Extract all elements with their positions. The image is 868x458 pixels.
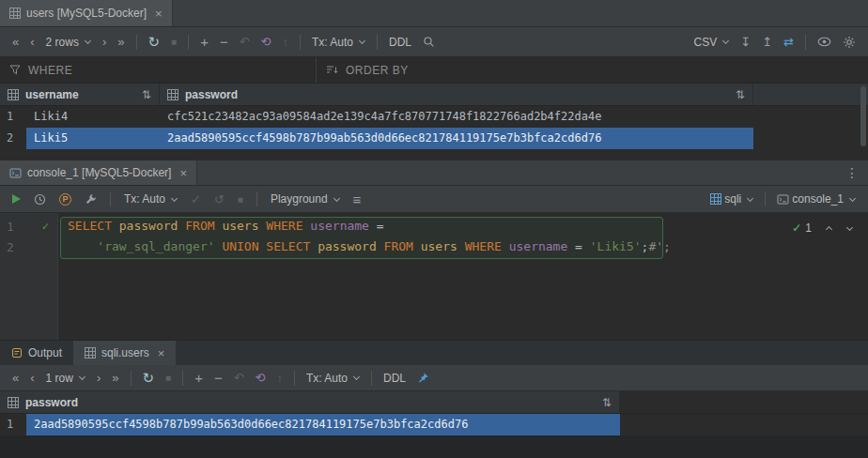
tx-mode-dropdown[interactable]: Tx: Auto [119,190,182,208]
chevron-down-icon [747,194,753,201]
table-icon [9,8,21,19]
close-icon[interactable]: × [158,347,165,359]
undo-icon[interactable]: ↶ [235,33,255,51]
last-page-button[interactable]: » [107,369,123,387]
session-dropdown[interactable]: console_1 [772,190,860,208]
separator [256,191,257,206]
cell-password[interactable]: 2aad5890595ccf4598b787b99ab563d0d66ec821… [26,414,620,435]
separator [805,35,806,50]
sql-token: = [575,239,590,253]
schema-dropdown[interactable]: sqli [705,190,758,208]
revert-changes-icon[interactable]: ⟲ [251,369,271,387]
pin-tab-icon[interactable] [412,369,434,387]
export-data-icon[interactable]: ↧ [736,33,755,51]
previous-page-button[interactable]: ‹ [25,369,39,387]
sql-token: #'; [648,239,670,253]
sort-icon[interactable]: ⇅ [736,88,745,101]
code-line[interactable]: 'raw_sql_danger' UNION SELECT password F… [59,237,868,257]
ddl-button[interactable]: DDL [379,369,411,388]
run-button[interactable] [8,191,25,206]
grid-empty-area [0,149,868,160]
cell-username[interactable]: Liki5 [26,128,160,149]
add-row-button[interactable]: + [195,32,213,52]
sort-icon[interactable]: ⇅ [602,396,612,409]
delete-row-button[interactable]: − [209,368,227,388]
sql-token: users [222,219,266,233]
view-options-eye-icon[interactable] [813,34,836,50]
settings-gear-icon[interactable] [838,33,860,52]
sql-token: 'raw_sql_danger' [97,239,214,253]
close-icon[interactable]: × [179,167,187,179]
grid-header-filler [620,391,868,413]
page-size-dropdown[interactable]: 2 rows [41,33,96,52]
transpose-icon[interactable]: ⇄ [779,33,798,51]
table-row[interactable]: 1 Liki4 cfc521c23482ac93a09584ad2e139c4a… [0,106,868,128]
separator [294,371,295,386]
wrench-settings-icon[interactable] [80,191,101,208]
extractor-dropdown[interactable]: CSV [690,33,735,52]
next-page-button[interactable]: › [92,369,105,387]
revert-changes-icon[interactable]: ⟲ [256,33,276,51]
column-header-username[interactable]: username ⇅ [0,84,160,105]
editor-code-area[interactable]: SELECT password FROM users WHERE usernam… [59,216,868,257]
order-by-filter-field[interactable]: ORDER BY [317,57,418,83]
tab-users-table[interactable]: users [MySQL5-Docker] × [0,0,173,26]
stop-icon[interactable]: ■ [166,34,181,50]
view-as-table-icon[interactable]: ≡ [349,190,366,209]
last-page-button[interactable]: » [113,33,129,51]
previous-page-button[interactable]: ‹ [25,33,39,51]
stop-icon[interactable]: ■ [161,370,176,386]
tab-output[interactable]: Output [0,341,73,365]
tab-console-1[interactable]: console_1 [MySQL5-Docker] × [0,160,197,185]
cell-password[interactable]: 2aad5890595ccf4598b787b99ab563d0d66ec821… [160,128,753,149]
sql-token: FROM [185,219,222,233]
add-row-button[interactable]: + [190,368,208,388]
reload-data-icon[interactable]: ↻ [138,368,160,388]
sql-editor[interactable]: 1 ✓ 2 SELECT password FROM users WHERE u… [0,213,868,340]
column-header-password[interactable]: password ⇅ [0,391,620,413]
execution-history-clock-icon[interactable] [29,191,51,208]
cell-password[interactable]: cfc521c23482ac93a09584ad2e139c4a7fc87077… [160,106,753,128]
rollback-icon[interactable]: ↺ [209,191,229,208]
submit-changes-icon[interactable]: ↑ [277,33,293,51]
commit-icon[interactable]: ✓ [186,191,206,208]
column-header-password[interactable]: password ⇅ [160,84,753,105]
sort-icon[interactable]: ⇅ [142,88,151,101]
reload-data-icon[interactable]: ↻ [144,32,165,52]
cell-username[interactable]: Liki4 [26,106,160,128]
execution-result-badge: ✓ 1 [792,221,853,235]
where-filter-field[interactable]: WHERE [0,57,317,83]
first-page-button[interactable]: « [8,369,23,387]
delete-row-button[interactable]: − [215,32,233,52]
code-line[interactable]: SELECT password FROM users WHERE usernam… [59,216,868,237]
gutter-line: 1 ✓ [0,216,57,237]
undo-icon[interactable]: ↶ [229,369,249,387]
submit-changes-icon[interactable]: ↑ [271,369,287,387]
column-header-label: username [25,88,79,101]
next-result-chevron-icon[interactable] [846,223,853,230]
search-icon[interactable] [418,33,440,51]
table-row-selected[interactable]: 2 Liki5 2aad5890595ccf4598b787b99ab563d0… [0,128,868,149]
vertical-scrollbar[interactable] [860,86,866,146]
tx-mode-dropdown[interactable]: Tx: Auto [302,369,364,388]
tx-mode-dropdown[interactable]: Tx: Auto [307,33,370,52]
import-data-icon[interactable]: ↥ [757,33,777,51]
first-page-button[interactable]: « [8,33,23,51]
next-page-button[interactable]: › [98,33,111,51]
play-icon [12,194,21,204]
previous-result-chevron-icon[interactable] [826,226,832,233]
column-header-label: password [185,88,238,101]
table-row-selected[interactable]: 1 2aad5890595ccf4598b787b99ab563d0d66ec8… [0,414,868,435]
ddl-button[interactable]: DDL [384,33,416,52]
output-result-toolbar: « ‹ 1 row › » ↻ ■ + − ↶ ⟲ ↑ Tx: Auto DDL [0,365,868,391]
chevron-down-icon [359,38,365,44]
tab-sqli-users-result[interactable]: sqli.users × [73,341,176,365]
stop-icon[interactable]: ■ [233,191,248,207]
separator [110,191,111,206]
close-icon[interactable]: × [155,8,163,20]
profiler-icon[interactable]: P [54,191,76,208]
playground-mode-dropdown[interactable]: Playground [266,190,345,208]
more-options-kebab-icon[interactable]: ⋮ [845,165,868,180]
separator [377,35,378,50]
page-size-dropdown[interactable]: 1 row [41,369,90,388]
